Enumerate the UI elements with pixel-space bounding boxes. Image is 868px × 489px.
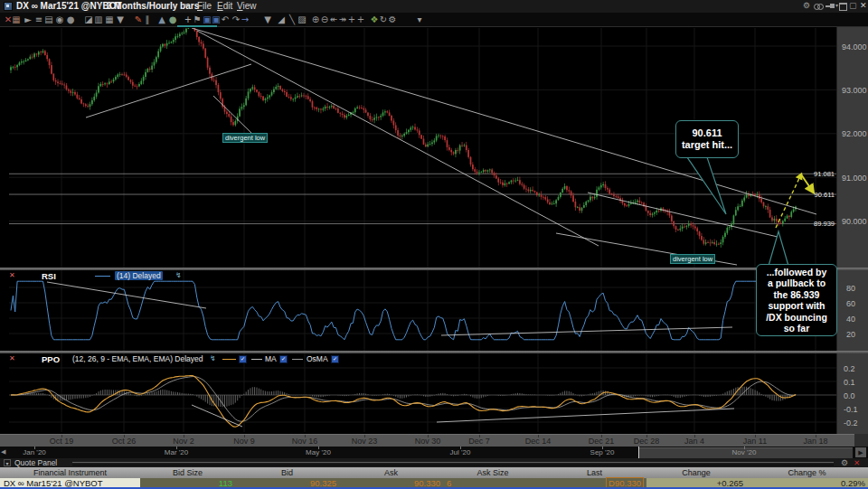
divergent-low-label[interactable]: divergent low [670, 254, 715, 264]
rsi-delayed-icon: ↯ [175, 271, 182, 279]
ppo-checkbox[interactable]: ✓ [239, 355, 247, 363]
rsi-tick-label: 20 [846, 330, 855, 339]
quote-panel-title: Quote Panel [14, 458, 57, 467]
divergent-low-label[interactable]: divergent low [222, 133, 268, 143]
ma-checkbox[interactable]: ✓ [279, 355, 288, 363]
ppo-params[interactable]: (12, 26, 9 - EMA, EMA, EMA) Delayed [72, 354, 203, 363]
annotation-layer [0, 0, 868, 489]
quote-header-0[interactable]: Financial Instrument [0, 467, 140, 478]
rsi-tick-label: 80 [846, 284, 855, 293]
quote-panel-divider [72, 462, 834, 465]
x-tick-label: Nov 2 [173, 437, 194, 446]
undo-icon[interactable]: ↶ [220, 14, 231, 25]
osma-label: OsMA [307, 354, 328, 363]
title-bar: DX ∞ Mar15'21 @NYBOT ▼ 3 Months/Hourly b… [0, 0, 868, 13]
navigator-divider [638, 447, 639, 458]
ppo-tick-label: -0.2 [844, 418, 858, 428]
scroll-right-icon[interactable]: ▶ [855, 447, 866, 457]
collapse-triangle-icon[interactable]: ▾ [4, 459, 11, 466]
maximize-icon[interactable]: ▢ [849, 1, 857, 11]
price-axis[interactable]: 94.00093.00092.00091.00090.000806040200.… [836, 27, 868, 434]
callout-pullback[interactable]: ...followed by a pullback to the 86.939 … [756, 264, 837, 336]
close-window-icon[interactable]: ✕ [860, 1, 867, 11]
pattern-icon[interactable]: ▨ [297, 14, 307, 25]
navigator-label: Nov '20 [732, 448, 757, 456]
triangle-icon[interactable]: ▲ [156, 14, 167, 25]
quote-table-header: Financial InstrumentBid SizeBidAskAsk Si… [0, 467, 868, 478]
ppo-line-sample [222, 359, 236, 360]
trendline-icon[interactable]: ◢ [276, 14, 287, 25]
osma-checkbox[interactable]: ✓ [331, 355, 339, 363]
menu-view[interactable]: View [237, 1, 257, 11]
scroll-left-icon[interactable]: ◀ [1, 448, 5, 456]
dot-grid-icon[interactable]: ▦ [11, 14, 22, 25]
quote-close-icon[interactable]: ✕ [854, 458, 860, 467]
x-tick-label: Oct 19 [50, 437, 74, 446]
x-tick-label: Dec 21 [589, 437, 615, 446]
y-tick-label: 94.000 [842, 42, 867, 52]
globe-icon[interactable]: ◉ [54, 14, 65, 25]
time-axis[interactable]: Oct 19Oct 26Nov 2Nov 9Nov 16Nov 23Nov 30… [0, 434, 854, 447]
layout-icon[interactable]: ▦ [104, 14, 115, 25]
price-level-label: 90.611 [815, 191, 835, 199]
x-tick-label: Dec 7 [468, 437, 490, 446]
x-tick-label: Jan 18 [803, 437, 827, 446]
tool-dropdown-icon[interactable]: ▼ [115, 14, 126, 25]
symbol-dropdown-caret[interactable]: ▼ [98, 3, 103, 8]
rsi-tick-label: 40 [846, 315, 855, 324]
pointer-icon[interactable]: ► [23, 14, 33, 25]
quote-header-4[interactable]: Ask Size [443, 467, 542, 478]
x-tick-label: Dec 14 [525, 437, 552, 446]
forward-icon[interactable]: → [240, 14, 250, 25]
move-icon[interactable]: + [355, 14, 366, 25]
rsi-splitter[interactable] [0, 268, 868, 270]
quote-panel-title-row: ▾ Quote Panel ⚙ ✕ [0, 458, 868, 467]
folder-icon[interactable]: ▥ [93, 14, 104, 25]
rsi-params[interactable]: (14) Delayed [115, 271, 163, 280]
histogram-icon[interactable]: ∥ [142, 14, 153, 25]
restore-icon[interactable] [839, 3, 847, 11]
ppo-splitter[interactable] [0, 351, 868, 353]
menu-edit[interactable]: Edit [217, 1, 232, 11]
rsi-title: RSI [42, 271, 56, 281]
y-tick-label: 90.000 [842, 217, 867, 226]
quote-header-3[interactable]: Ask [339, 467, 443, 478]
rsi-close-icon[interactable]: ✕ [9, 271, 15, 279]
quote-header-6[interactable]: Change [646, 467, 746, 478]
ppo-title: PPO [42, 354, 60, 364]
bubble-icon[interactable]: ● [167, 14, 178, 25]
active-tool-indicator [177, 25, 217, 27]
timeframe-dropdown-caret[interactable]: ▼ [183, 3, 188, 8]
ppo-tick-label: 0.0 [844, 391, 855, 400]
menu-file[interactable]: File [197, 1, 212, 11]
pin-icon[interactable]: ▾ [826, 4, 838, 12]
time-navigator-scrollbar[interactable]: ◀ ▶ Jan '20Mar '20May '20Jul '20Sep '20N… [0, 447, 868, 458]
x-tick-label: Jan 4 [684, 437, 704, 446]
candlestick-chart[interactable] [0, 0, 868, 489]
filter-icon[interactable]: ▼ [262, 14, 273, 25]
gear-icon[interactable]: ⚙ [803, 1, 810, 11]
time-axis-end [854, 434, 868, 447]
rsi-line-sample [95, 276, 110, 277]
x-tick-label: Jan 11 [743, 437, 767, 446]
more-icon[interactable]: ▾ [414, 14, 425, 25]
quote-header-7[interactable]: Change % [746, 467, 868, 478]
quote-gear-icon[interactable]: ⚙ [841, 458, 848, 467]
trading-app-window: DX ∞ Mar15'21 @NYBOT ▼ 3 Months/Hourly b… [0, 0, 868, 489]
callout-target-hit[interactable]: 90.611 target hit... [675, 120, 739, 158]
print-icon[interactable]: ▤ [43, 14, 54, 25]
quote-header-2[interactable]: Bid [235, 467, 339, 478]
link-icon[interactable] [814, 3, 824, 11]
x-tick-label: Dec 28 [634, 437, 660, 446]
x-tick-label: Nov 30 [415, 437, 441, 446]
app-icon [4, 2, 13, 11]
circle-icon[interactable]: ● [65, 14, 76, 25]
ppo-panel-header: ✕ PPO (12, 26, 9 - EMA, EMA, EMA) Delaye… [0, 354, 832, 364]
y-tick-label: 91.000 [842, 174, 867, 183]
quote-header-1[interactable]: Bid Size [140, 467, 235, 478]
ppo-close-icon[interactable]: ✕ [9, 354, 15, 362]
settings-tool-icon[interactable]: ⚙ [387, 14, 398, 25]
drawing-toolbar: ✕▦►≡▤◉●◪▥▦▼✎∥▲●+⚑▣▣↶↷→▼◢╲▨⊕⊖↞↠++❖↻⚙▾ [0, 13, 868, 27]
ma-line-sample [251, 359, 262, 360]
price-level-label: 91.081 [814, 170, 835, 178]
